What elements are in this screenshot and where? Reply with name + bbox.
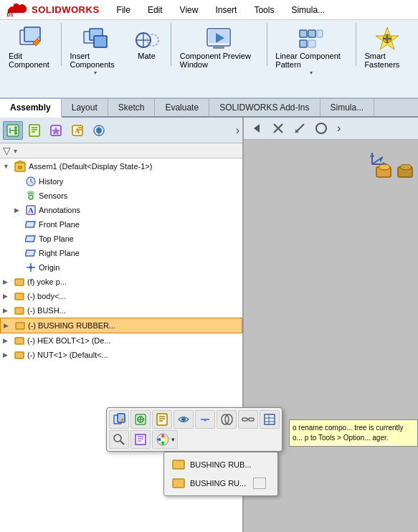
display-manager-btn[interactable] [89, 121, 109, 140]
menu-tools[interactable]: Tools [251, 4, 277, 16]
tree-sensors[interactable]: Sensors [11, 189, 242, 203]
view-nav [365, 143, 415, 186]
vp-measure-btn[interactable] [290, 119, 310, 138]
ctx-search-btn[interactable] [109, 430, 129, 449]
annotations-icon: A [25, 204, 37, 216]
svg-marker-51 [25, 222, 35, 227]
ctx-mates-btn[interactable] [217, 410, 237, 429]
ctx-color-btn[interactable]: ▾ [152, 430, 178, 449]
origin-label: Origin [39, 263, 60, 272]
svg-rect-58 [15, 293, 24, 300]
ctx-suppress-btn[interactable] [195, 410, 215, 429]
vp-back-btn[interactable] [247, 119, 267, 138]
vp-circle-icon [314, 121, 328, 136]
ctx-visibility-icon [177, 413, 190, 426]
tree-nut[interactable]: ▶ (-) NUT<1> (Default<... [0, 348, 242, 362]
feature-tree-btn[interactable] [3, 121, 23, 140]
ctx-props-btn[interactable] [152, 410, 172, 429]
tree-hex-bolt[interactable]: ▶ (-) HEX BOLT<1> (De... [0, 333, 242, 348]
svg-rect-15 [300, 30, 307, 37]
filter-icon: ▽ [3, 145, 11, 156]
filter-dropdown-arrow[interactable]: ▾ [14, 147, 17, 155]
right-plane-icon [25, 247, 37, 259]
svg-rect-92 [265, 414, 275, 424]
svg-point-48 [29, 195, 33, 199]
ctx-search-icon [113, 433, 125, 446]
color-submenu-item-2[interactable]: BUSHING RU... [167, 474, 275, 493]
linear-pattern-button[interactable]: Linear Component Pattern ▾ [271, 23, 351, 79]
color-dropdown-arrow: ▾ [171, 436, 175, 443]
insert-components-dropdown[interactable]: ▾ [94, 70, 97, 76]
tree-bushing[interactable]: ▶ (-) BUSH... [0, 303, 242, 318]
component-preview-button[interactable]: Component Preview Window [176, 23, 262, 72]
body-label: (-) body<... [27, 292, 66, 300]
tree-right-plane[interactable]: Right Plane [11, 246, 242, 260]
svg-line-97 [120, 441, 124, 445]
ctx-chain-btn[interactable] [238, 410, 258, 429]
tab-simulate[interactable]: Simula... [320, 99, 375, 116]
svg-rect-17 [317, 30, 323, 37]
ctx-chain-icon [242, 413, 255, 426]
nut-icon [14, 349, 25, 361]
component-preview-icon [206, 26, 232, 52]
svg-rect-57 [15, 279, 24, 285]
feature-manager-toolbar: A › [0, 118, 242, 143]
color-item-1-label: BUSHING RUB... [190, 460, 252, 469]
ctx-isolate-btn[interactable] [130, 410, 151, 429]
assembly-icon [14, 160, 27, 173]
insert-components-button[interactable]: Insert Components ▾ [66, 23, 126, 79]
svg-point-84 [181, 417, 186, 422]
svg-point-65 [316, 123, 326, 133]
nut-label: (-) NUT<1> (Default<... [27, 351, 108, 359]
menu-file[interactable]: File [114, 4, 133, 16]
color-submenu-item-1[interactable]: BUSHING RUB... [167, 455, 275, 474]
ctx-drawing-btn[interactable] [130, 430, 151, 449]
color-swatch-white [253, 478, 266, 489]
svg-rect-44 [18, 166, 22, 169]
mate-button[interactable]: Mate [127, 23, 166, 63]
tab-solidworks-addins[interactable]: SOLIDWORKS Add-Ins [209, 99, 320, 116]
menu-view[interactable]: View [177, 4, 201, 16]
ctx-table-btn[interactable] [260, 410, 280, 429]
menu-insert[interactable]: Insert [212, 4, 239, 16]
vp-circle-btn[interactable] [311, 119, 331, 138]
annotations-arrow: ▶ [14, 206, 23, 214]
smart-fasteners-button[interactable]: Smart Fasteners [360, 23, 414, 72]
tree-bushing-rubber[interactable]: ▶ (-) BUSHING RUBBER... [0, 318, 242, 333]
svg-rect-104 [173, 460, 184, 469]
tree-history[interactable]: History [11, 174, 242, 189]
tree-top-plane[interactable]: Top Plane [11, 232, 242, 246]
edit-component-button[interactable]: Edit Component [4, 23, 57, 72]
vp-more-btn[interactable]: › [333, 120, 345, 136]
tab-layout[interactable]: Layout [62, 99, 108, 116]
linear-pattern-dropdown[interactable]: ▾ [310, 70, 313, 76]
tree-root-item[interactable]: ▼ Assem1 (Default<Display State-1>) [0, 158, 242, 174]
tree-yoke[interactable]: ▶ (f) yoke p... [0, 275, 242, 289]
menu-edit[interactable]: Edit [145, 4, 166, 16]
dimension-manager-btn[interactable]: A [67, 121, 87, 140]
front-plane-label: Front Plane [39, 220, 80, 229]
edit-component-icon [17, 26, 43, 52]
menu-simulate[interactable]: Simula... [288, 4, 328, 16]
tree-annotations[interactable]: ▶ A Annotations [11, 203, 242, 217]
svg-rect-80 [157, 414, 167, 425]
ctx-visibility-btn[interactable] [174, 410, 194, 429]
top-plane-icon [25, 233, 37, 244]
tree-front-plane[interactable]: Front Plane [11, 217, 242, 232]
property-manager-btn[interactable] [24, 121, 44, 140]
panel-expand-btn[interactable]: › [236, 124, 239, 137]
tab-evaluate[interactable]: Evaluate [155, 99, 209, 116]
bushing-label: (-) BUSH... [27, 306, 66, 315]
ctx-edit-part-btn[interactable] [109, 410, 129, 429]
tab-assembly[interactable]: Assembly [0, 99, 62, 118]
svg-rect-60 [16, 323, 24, 329]
body-arrow: ▶ [3, 293, 11, 300]
config-manager-btn[interactable] [46, 121, 66, 140]
tree-origin[interactable]: Origin [11, 260, 242, 275]
color-item-2-label: BUSHING RU... [190, 479, 246, 488]
tab-sketch[interactable]: Sketch [108, 99, 156, 116]
svg-rect-62 [15, 352, 24, 358]
context-toolbar: ▾ [106, 407, 282, 452]
vp-tools-btn[interactable] [268, 119, 288, 138]
tree-body[interactable]: ▶ (-) body<... [0, 289, 242, 303]
